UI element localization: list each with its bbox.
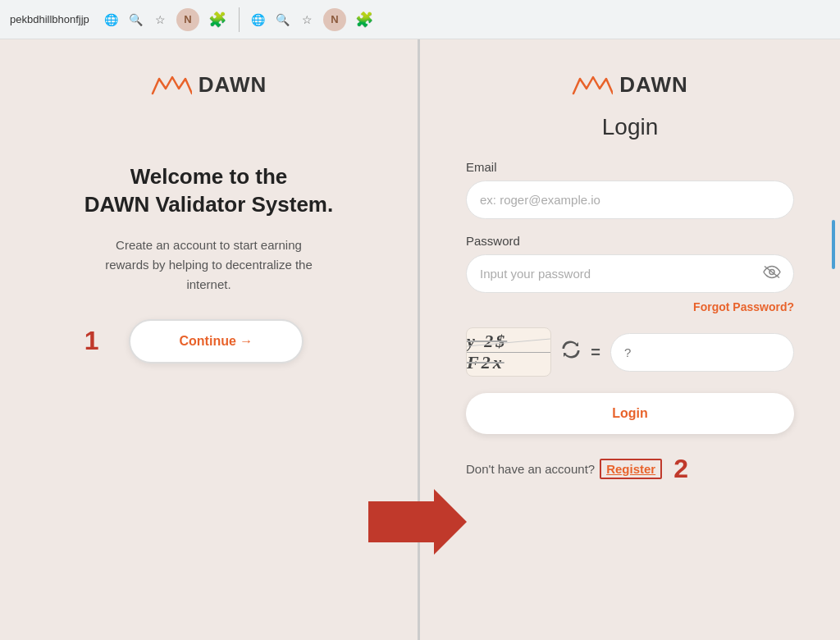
- captcha-row: y 2$ F2x =: [466, 327, 794, 377]
- step1-badge: 1: [84, 326, 99, 356]
- welcome-title: Welcome to theDAWN Validator System.: [84, 163, 333, 219]
- bookmark-icon[interactable]: ☆: [152, 11, 170, 29]
- zoom-icon-right[interactable]: 🔍: [274, 11, 292, 29]
- translate-icon[interactable]: 🌐: [103, 11, 121, 29]
- tab-divider: [239, 7, 240, 32]
- avatar-right[interactable]: N: [323, 8, 346, 31]
- main-area: DAWN Welcome to theDAWN Validator System…: [0, 39, 840, 640]
- welcome-subtitle: Create an account to start earning rewar…: [94, 235, 323, 295]
- scroll-indicator: [832, 220, 835, 269]
- password-label: Password: [466, 234, 794, 248]
- forgot-password-link[interactable]: Forgot Password?: [693, 300, 794, 313]
- welcome-content: Welcome to theDAWN Validator System. Cre…: [84, 163, 333, 363]
- right-logo-area: DAWN: [572, 72, 687, 98]
- zoom-icon[interactable]: 🔍: [127, 11, 145, 29]
- translate-icon-right[interactable]: 🌐: [249, 11, 267, 29]
- register-prompt-text: Don't have an account?: [466, 462, 595, 476]
- right-logo-text: DAWN: [619, 72, 687, 98]
- left-logo-area: DAWN: [151, 72, 267, 98]
- register-link[interactable]: Register: [600, 459, 662, 479]
- svg-marker-0: [368, 489, 467, 555]
- captcha-refresh-icon[interactable]: [561, 340, 581, 364]
- forgot-password-area: Forgot Password?: [466, 299, 794, 314]
- dawn-logo-right: [572, 74, 613, 97]
- continue-button[interactable]: Continue →: [129, 319, 304, 363]
- email-input[interactable]: [466, 181, 794, 219]
- captcha-text: y 2$ F2x: [467, 331, 550, 373]
- equals-sign: =: [591, 343, 600, 362]
- login-title: Login: [602, 114, 659, 140]
- email-label: Email: [466, 160, 794, 174]
- left-panel: DAWN Welcome to theDAWN Validator System…: [0, 39, 420, 640]
- password-input[interactable]: [466, 254, 794, 293]
- login-form: Email Password Forgot Password?: [466, 160, 794, 484]
- password-wrapper: [466, 254, 794, 293]
- puzzle-icon-right[interactable]: 🧩: [353, 8, 376, 31]
- puzzle-icon-left[interactable]: 🧩: [206, 8, 229, 31]
- right-panel: DAWN Login Email Password: [420, 39, 840, 640]
- browser-bar: pekbdhillbhonfjjp 🌐 🔍 ☆ N 🧩 🌐 🔍 ☆ N 🧩: [0, 0, 840, 39]
- captcha-input[interactable]: [610, 333, 794, 372]
- tab-title: pekbdhillbhonfjjp: [10, 13, 89, 25]
- arrow-container: [368, 489, 467, 558]
- captcha-image: y 2$ F2x: [466, 327, 551, 377]
- red-arrow: [368, 489, 467, 555]
- left-logo-text: DAWN: [199, 72, 267, 98]
- dawn-logo-left: [151, 74, 192, 97]
- bookmark-icon-right[interactable]: ☆: [299, 11, 317, 29]
- login-button[interactable]: Login: [466, 393, 794, 434]
- eye-icon[interactable]: [763, 264, 781, 283]
- avatar-left[interactable]: N: [176, 8, 199, 31]
- step2-badge: 2: [673, 454, 688, 484]
- register-row: Don't have an account? Register 2: [466, 454, 794, 484]
